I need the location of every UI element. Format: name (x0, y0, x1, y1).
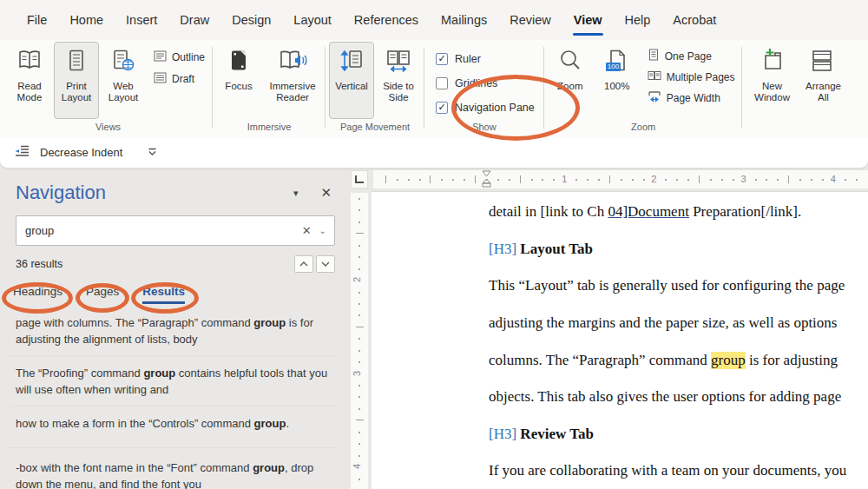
search-result-item[interactable]: -box with the font name in the “Font” co… (9, 447, 339, 489)
search-result-item[interactable]: The “Proofing” command group contains he… (9, 355, 339, 406)
menu-tab-draw[interactable]: Draw (168, 0, 220, 40)
word-application-window: FileHomeInsertDrawDesignLayoutReferences… (0, 0, 868, 489)
multiple-pages-icon (648, 69, 661, 84)
v-ruler-mark (356, 327, 364, 327)
focus-icon (226, 49, 252, 76)
nav-tab-results[interactable]: Results (142, 285, 185, 304)
menu-tab-acrobat[interactable]: Acrobat (661, 0, 727, 40)
previous-result-button[interactable] (294, 255, 313, 273)
menu-tab-mailings[interactable]: Mailings (430, 0, 498, 40)
menu-tab-file[interactable]: File (16, 0, 58, 40)
draft-button[interactable]: Draft (154, 72, 205, 86)
v-ruler-mark (358, 268, 360, 270)
text-segment: 04]Document (608, 203, 688, 221)
text-segment: group (253, 461, 285, 474)
outline-button[interactable]: Outline (154, 50, 205, 64)
checked-checkbox-icon[interactable]: ✓ (436, 53, 448, 65)
print-layout-icon (63, 49, 89, 76)
h-ruler-mark (687, 179, 689, 181)
menu-tab-view[interactable]: View (562, 0, 614, 40)
zoom-group-label: Zoom (631, 121, 655, 137)
zoom-label: Zoom (557, 81, 582, 92)
multiple-pages-button[interactable]: Multiple Pages (648, 69, 735, 84)
page-width-label: Page Width (667, 92, 720, 104)
navigation-tabs: HeadingsPagesResults (13, 285, 347, 304)
decrease-indent-label[interactable]: Decrease Indent (40, 146, 122, 159)
document-line: detail in [link to Ch 04]Document Prepar… (372, 194, 868, 231)
zoom-button[interactable]: Zoom (548, 42, 593, 119)
h-ruler-mark: 2 (651, 174, 656, 184)
read-mode-button[interactable]: Read Mode (7, 42, 52, 119)
checkbox-gridlines[interactable]: Gridlines (436, 74, 535, 92)
checkbox-label: Ruler (455, 53, 481, 65)
menu-tab-references[interactable]: References (343, 0, 430, 40)
views-group-label: Views (95, 121, 121, 137)
immersive-reader-label: Immersive Reader (264, 81, 321, 103)
menu-bar: FileHomeInsertDrawDesignLayoutReferences… (0, 0, 868, 40)
document-line: adjusting the margins and the paper size… (372, 305, 868, 342)
unchecked-checkbox-icon[interactable] (436, 77, 448, 89)
checkbox-label: Navigation Pane (455, 102, 535, 114)
horizontal-ruler[interactable]: 1234 (373, 170, 868, 188)
search-options-chevron-icon[interactable]: ⌄ (319, 226, 326, 235)
v-ruler-mark (358, 479, 360, 480)
search-result-item[interactable]: page with columns. The “Paragraph” comma… (9, 306, 339, 355)
document-page[interactable]: detail in [link to Ch 04]Document Prepar… (372, 191, 868, 489)
web-layout-button[interactable]: Web Layout (101, 42, 146, 119)
h-ruler-mark (553, 179, 555, 181)
pane-options-dropdown-icon[interactable]: ▾ (293, 188, 299, 199)
v-ruler-mark: 4 (352, 464, 362, 469)
next-result-button[interactable] (316, 255, 335, 273)
text-segment: -box with the font name in the “Font” co… (16, 461, 253, 474)
menu-tab-label: Acrobat (673, 13, 716, 27)
v-ruler-mark (358, 209, 360, 211)
vertical-ruler[interactable]: 234 (351, 193, 368, 489)
arrange-all-button[interactable]: Arrange All (799, 42, 846, 135)
side-to-side-icon (385, 49, 411, 76)
navigation-search-box[interactable]: group ✕ ⌄ (16, 215, 335, 246)
search-result-item[interactable]: how to make a form in the “Controls” com… (9, 406, 339, 447)
menu-tab-label: Review (510, 13, 551, 27)
h-ruler-mark (788, 175, 789, 183)
immersive-reader-button[interactable]: Immersive Reader (263, 42, 322, 119)
ruler-corner-box[interactable] (351, 170, 368, 188)
search-clear-icon[interactable]: ✕ (302, 224, 312, 237)
h-ruler-mark (721, 179, 723, 181)
pane-close-icon[interactable]: ✕ (320, 185, 332, 201)
menu-tab-layout[interactable]: Layout (282, 0, 343, 40)
indent-markers[interactable] (481, 170, 492, 192)
new-window-button[interactable]: New Window (746, 42, 798, 135)
focus-button[interactable]: Focus (216, 42, 261, 119)
one-page-icon (648, 49, 660, 63)
one-page-button[interactable]: One Page (648, 49, 735, 63)
menu-tab-insert[interactable]: Insert (115, 0, 168, 40)
menu-tab-design[interactable]: Design (220, 0, 282, 40)
side-to-side-button[interactable]: Side to Side (376, 42, 421, 119)
nav-tab-headings[interactable]: Headings (13, 285, 62, 304)
menu-tab-review[interactable]: Review (498, 0, 562, 40)
text-segment: adjusting the margins and the paper size… (489, 314, 837, 332)
h-ruler-mark (733, 179, 734, 181)
v-ruler-mark (356, 420, 364, 420)
text-segment: columns. The “Paragraph” command (489, 352, 711, 369)
checked-checkbox-icon[interactable]: ✓ (436, 102, 448, 114)
print-layout-button[interactable]: Print Layout (54, 42, 99, 119)
decrease-indent-toolbar: Decrease Indent (0, 137, 868, 169)
menu-tab-label: View (574, 13, 602, 27)
zoom-100-icon: 100 (604, 49, 630, 76)
checkbox-ruler[interactable]: ✓Ruler (436, 50, 535, 68)
page-width-button[interactable]: Page Width (648, 90, 735, 105)
multiple-pages-label: Multiple Pages (667, 71, 735, 83)
menu-tab-label: Draw (180, 13, 209, 27)
ribbon-options-chevron-icon[interactable] (148, 146, 157, 159)
vertical-icon (339, 49, 365, 76)
checkbox-navigation-pane[interactable]: ✓Navigation Pane (436, 98, 535, 116)
zoom-100-button[interactable]: 100 100% (595, 42, 640, 119)
menu-tab-home[interactable]: Home (58, 0, 115, 40)
navigation-pane-title: Navigation (16, 182, 271, 204)
vertical-button[interactable]: Vertical (329, 42, 374, 119)
menu-tab-help[interactable]: Help (614, 0, 662, 40)
nav-tab-pages[interactable]: Pages (86, 285, 119, 304)
decrease-indent-icon[interactable] (14, 144, 30, 161)
search-input[interactable]: group (25, 224, 294, 237)
